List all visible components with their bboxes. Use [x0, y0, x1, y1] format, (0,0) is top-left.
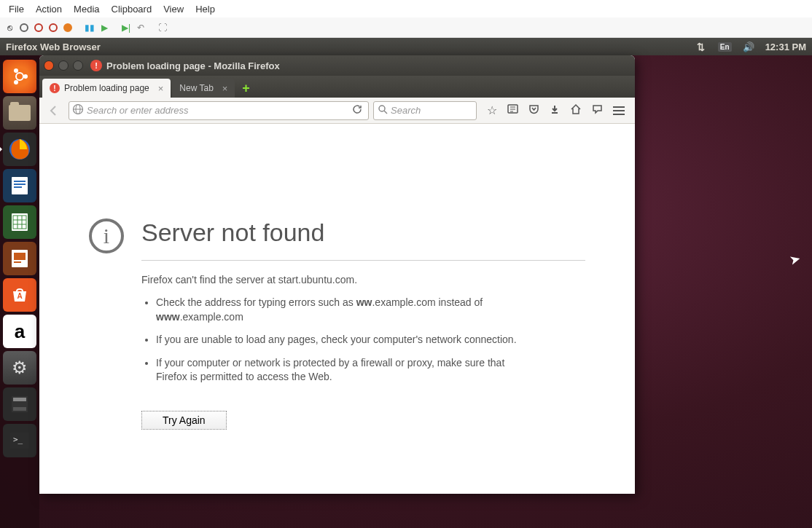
window-titlebar[interactable]: ! Problem loading page - Mozilla Firefox: [39, 55, 635, 76]
vm-reset-icon[interactable]: [61, 21, 74, 34]
search-bar[interactable]: [373, 101, 477, 120]
ubuntu-software-icon[interactable]: A: [3, 278, 36, 312]
network-indicator-icon[interactable]: ⇅: [695, 40, 708, 53]
svg-rect-8: [14, 186, 22, 188]
vm-revert-icon[interactable]: ↶: [134, 21, 147, 34]
error-suggestion-1: Check the address for typing errors such…: [156, 296, 520, 324]
svg-text:A: A: [17, 292, 22, 300]
pocket-icon[interactable]: [528, 103, 539, 117]
unity-launcher: A a ⚙ >_: [0, 55, 39, 528]
error-suggestion-2: If you are unable to load any pages, che…: [156, 333, 520, 347]
tab-label: Problem loading page: [64, 83, 149, 93]
clock[interactable]: 12:31 PM: [765, 42, 806, 52]
mouse-cursor-icon: ➤: [787, 250, 802, 268]
svg-rect-20: [13, 398, 26, 401]
error-title: Server not found: [141, 218, 585, 261]
svg-point-3: [14, 80, 18, 84]
new-tab-button[interactable]: +: [238, 80, 254, 96]
svg-rect-9: [12, 213, 28, 231]
vm-menubar: File Action Media Clipboard View Help: [0, 0, 812, 17]
libreoffice-writer-icon[interactable]: [3, 169, 36, 202]
vm-start-icon[interactable]: ▶: [98, 21, 111, 34]
menu-button[interactable]: [613, 106, 625, 115]
tab-close-icon[interactable]: ×: [158, 83, 164, 94]
svg-point-1: [23, 74, 28, 79]
page-content: i Server not found Firefox can't find th…: [39, 124, 635, 452]
window-maximize-button[interactable]: [73, 60, 83, 71]
vm-menu-view[interactable]: View: [157, 2, 190, 16]
chat-icon[interactable]: [592, 103, 603, 117]
vm-toolbar: ⎋ ▮▮ ▶ ▶| ↶ ⛶: [0, 17, 812, 38]
svg-point-27: [379, 106, 385, 111]
ubuntu-desktop: Firefox Web Browser ⇅ En 🔊 12:31 PM A a …: [0, 38, 812, 528]
info-icon: i: [89, 218, 124, 253]
svg-point-0: [16, 73, 23, 80]
vm-shutdown-icon[interactable]: [47, 21, 60, 34]
svg-rect-21: [13, 407, 26, 411]
panel-app-title: Firefox Web Browser: [6, 42, 695, 52]
tab-close-icon[interactable]: ×: [222, 83, 228, 94]
error-suggestion-3: If your computer or network is protected…: [156, 356, 520, 385]
vm-stop-icon[interactable]: [32, 21, 45, 34]
search-icon: [378, 105, 388, 117]
tab-new-tab[interactable]: New Tab ×: [172, 79, 235, 98]
sound-indicator-icon[interactable]: 🔊: [742, 40, 755, 53]
workspace-switcher-icon[interactable]: [3, 387, 36, 421]
tab-strip: ! Problem loading page × New Tab × +: [39, 76, 635, 98]
window-minimize-button[interactable]: [58, 60, 69, 71]
reading-list-icon[interactable]: [507, 103, 518, 117]
vm-menu-file[interactable]: File: [3, 2, 30, 16]
vm-menu-clipboard[interactable]: Clipboard: [106, 2, 158, 16]
svg-text:>_: >_: [13, 435, 23, 444]
globe-icon[interactable]: [72, 103, 84, 117]
ubuntu-top-panel: Firefox Web Browser ⇅ En 🔊 12:31 PM: [0, 38, 812, 55]
back-button[interactable]: [44, 101, 64, 121]
vm-pause-icon[interactable]: ▮▮: [83, 21, 96, 34]
error-favicon-icon: !: [90, 60, 102, 71]
vm-menu-help[interactable]: Help: [190, 2, 221, 16]
vm-fullscreen-icon[interactable]: ⛶: [156, 21, 169, 34]
try-again-button[interactable]: Try Again: [141, 411, 227, 430]
tab-problem-loading[interactable]: ! Problem loading page ×: [42, 79, 171, 98]
error-message: Firefox can't find the server at start.u…: [141, 274, 585, 285]
home-icon[interactable]: [570, 103, 582, 118]
firefox-launcher-icon[interactable]: [3, 133, 36, 166]
dash-icon[interactable]: [3, 60, 36, 93]
window-close-button[interactable]: [44, 60, 54, 71]
url-input[interactable]: [87, 105, 346, 116]
svg-point-2: [14, 68, 18, 73]
vm-record-icon[interactable]: [17, 21, 31, 34]
svg-line-28: [384, 111, 387, 114]
system-settings-icon[interactable]: ⚙: [3, 351, 36, 385]
vm-ctrl-alt-del-icon[interactable]: ⎋: [3, 21, 16, 34]
url-bar[interactable]: [69, 101, 369, 120]
terminal-icon[interactable]: >_: [3, 424, 36, 457]
vm-menu-action[interactable]: Action: [30, 2, 68, 16]
keyboard-indicator[interactable]: En: [718, 42, 732, 52]
vm-menu-media[interactable]: Media: [68, 2, 105, 16]
amazon-icon[interactable]: a: [3, 315, 36, 348]
files-icon[interactable]: [3, 96, 36, 130]
reload-button[interactable]: [349, 104, 365, 117]
window-title: Problem loading page - Mozilla Firefox: [106, 60, 280, 71]
downloads-icon[interactable]: [550, 104, 560, 117]
svg-rect-7: [14, 184, 26, 185]
svg-rect-5: [12, 177, 28, 194]
nav-toolbar: ☆: [39, 98, 635, 124]
svg-rect-17: [14, 261, 21, 263]
svg-rect-16: [14, 253, 26, 260]
libreoffice-calc-icon[interactable]: [3, 205, 36, 239]
svg-rect-6: [14, 181, 26, 182]
libreoffice-impress-icon[interactable]: [3, 242, 36, 275]
error-suggestions: Check the address for typing errors such…: [141, 296, 585, 385]
error-favicon-icon: !: [50, 83, 60, 93]
vm-snapshot-icon[interactable]: ▶|: [120, 21, 133, 34]
tab-label: New Tab: [179, 83, 213, 93]
firefox-window: ! Problem loading page - Mozilla Firefox…: [39, 55, 635, 494]
bookmark-star-icon[interactable]: ☆: [487, 103, 497, 117]
